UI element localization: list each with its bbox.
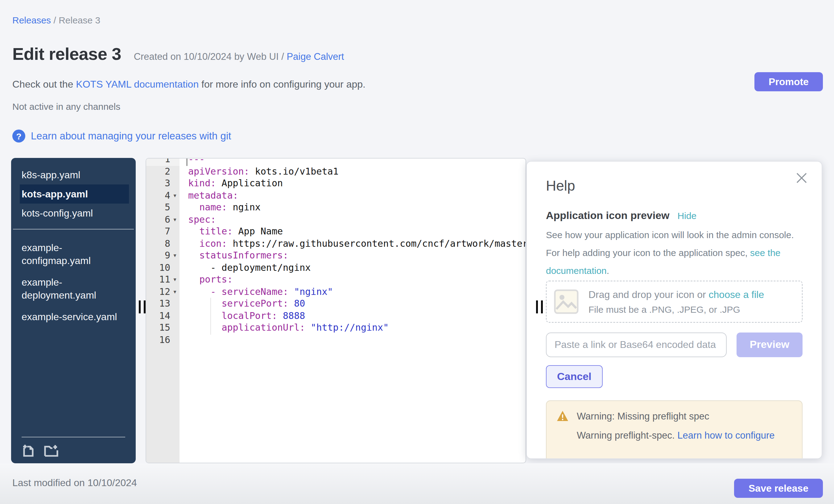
file-tree-group-kots: k8s-app.yamlkots-app.yamlkots-config.yam…: [20, 165, 127, 223]
icon-dropzone[interactable]: Drag and drop your icon or choose a file…: [546, 281, 803, 323]
icon-preview-description: See how your application icon will look …: [546, 226, 808, 280]
kots-yaml-docs-link[interactable]: KOTS YAML documentation: [76, 79, 199, 89]
resize-bar-icon: [536, 301, 538, 313]
line-number-14: 14: [146, 310, 179, 322]
git-help-link[interactable]: Learn about managing your releases with …: [31, 130, 231, 142]
code-line-5[interactable]: 5 name: nginx: [146, 202, 526, 214]
code-line-9[interactable]: 9▾ statusInformers:: [146, 250, 526, 262]
file-tree-divider: [13, 229, 134, 229]
preview-button[interactable]: Preview: [737, 332, 803, 357]
promote-button[interactable]: Promote: [754, 72, 823, 91]
code-text: - serviceName: "nginx": [179, 286, 333, 298]
code-line-10[interactable]: 10 - deployment/nginx: [146, 262, 526, 274]
created-by-link[interactable]: Paige Calvert: [287, 51, 344, 62]
icon-preview-title: Application icon preview: [546, 210, 670, 222]
code-text: [179, 334, 188, 346]
file-tree-item-example-service.yaml[interactable]: example-service.yaml: [20, 306, 122, 328]
fold-arrow-icon[interactable]: ▾: [170, 190, 179, 202]
code-text: - deployment/nginx: [179, 262, 311, 274]
resize-bar-icon: [139, 301, 141, 313]
code-line-16[interactable]: 16: [146, 334, 526, 346]
code-line-4[interactable]: 4▾metadata:: [146, 190, 526, 202]
description-period: .: [607, 265, 609, 276]
sidebar-footer: [20, 437, 127, 457]
page: Releases / Release 3 Edit release 3 Crea…: [0, 0, 834, 504]
code-text: icon: https://raw.githubusercontent.com/…: [179, 238, 526, 250]
code-line-7[interactable]: 7 title: App Name: [146, 226, 526, 238]
add-folder-button[interactable]: [44, 443, 59, 457]
code-text: kind: Application: [179, 178, 283, 190]
close-help-button[interactable]: [794, 170, 809, 186]
channel-status: Not active in any channels: [12, 101, 120, 112]
code-line-8[interactable]: 8 icon: https://raw.githubusercontent.co…: [146, 238, 526, 250]
line-number-15: 15: [146, 322, 179, 334]
line-number-13: 13: [146, 298, 179, 310]
resize-bar-icon: [144, 301, 146, 313]
code-line-1[interactable]: 1---: [146, 158, 526, 166]
code-line-14[interactable]: 14 localPort: 8888: [146, 310, 526, 322]
fold-arrow-icon[interactable]: ▾: [170, 250, 179, 262]
warning-triangle-icon: [556, 410, 569, 422]
breadcrumb-separator: /: [53, 15, 59, 25]
line-number-6: 6▾: [146, 214, 179, 226]
file-tree-item-example-deployment.yaml[interactable]: example-deployment.yaml: [20, 271, 122, 306]
choose-file-link[interactable]: choose a file: [709, 289, 764, 300]
file-tree-group-examples: example-configmap.yamlexample-deployment…: [20, 237, 127, 328]
sidebar-resize-handle[interactable]: [139, 301, 146, 313]
line-number-5: 5: [146, 202, 179, 214]
created-prefix: Created on 10/10/2024 by Web UI /: [134, 51, 287, 62]
dropzone-text: Drag and drop your icon or choose a file…: [589, 289, 764, 314]
resize-bar-icon: [541, 301, 543, 313]
code-line-6[interactable]: 6▾spec:: [146, 214, 526, 226]
save-release-button[interactable]: Save release: [734, 479, 823, 498]
last-modified-text: Last modified on 10/10/2024: [12, 478, 137, 488]
line-number-7: 7: [146, 226, 179, 238]
created-info: Created on 10/10/2024 by Web UI / Paige …: [134, 51, 344, 62]
learn-how-to-configure-link[interactable]: Learn how to configure: [677, 430, 774, 440]
code-line-3[interactable]: 3kind: Application: [146, 178, 526, 190]
title-row: Edit release 3 Created on 10/10/2024 by …: [12, 44, 344, 64]
cancel-button[interactable]: Cancel: [546, 365, 603, 388]
indent-guide: [210, 298, 211, 334]
code-text: statusInformers:: [179, 250, 288, 262]
file-tree-sidebar: k8s-app.yamlkots-app.yamlkots-config.yam…: [11, 158, 136, 463]
breadcrumb-releases-link[interactable]: Releases: [12, 15, 51, 25]
line-number-1: 1: [146, 158, 179, 166]
file-tree-item-kots-app.yaml[interactable]: kots-app.yaml: [20, 184, 129, 203]
add-file-button[interactable]: [22, 443, 35, 457]
icon-url-input[interactable]: [546, 332, 727, 357]
code-text: title: App Name: [179, 226, 283, 238]
hide-link[interactable]: Hide: [678, 210, 697, 221]
code-line-2[interactable]: 2apiVersion: kots.io/v1beta1: [146, 166, 526, 178]
code-text: apiVersion: kots.io/v1beta1: [179, 166, 339, 178]
code-line-12[interactable]: 12▾ - serviceName: "nginx": [146, 286, 526, 298]
docs-prefix: Check out the: [12, 79, 76, 89]
help-panel-resize-handle[interactable]: [536, 301, 543, 313]
line-number-8: 8: [146, 238, 179, 250]
help-panel: Help Application icon preview Hide See h…: [526, 161, 822, 459]
line-number-12: 12▾: [146, 286, 179, 298]
code-text: name: nginx: [179, 202, 261, 214]
yaml-editor[interactable]: 1---2apiVersion: kots.io/v1beta13kind: A…: [146, 158, 526, 463]
question-circle-icon: ?: [12, 130, 25, 143]
code-line-13[interactable]: 13 servicePort: 80: [146, 298, 526, 310]
fold-arrow-icon[interactable]: ▾: [170, 214, 179, 226]
sidebar-footer-divider: [22, 437, 125, 437]
code-text: metadata:: [179, 190, 238, 202]
docs-line: Check out the KOTS YAML documentation fo…: [12, 79, 366, 90]
file-tree-item-k8s-app.yaml[interactable]: k8s-app.yaml: [20, 165, 122, 184]
fold-arrow-icon[interactable]: ▾: [170, 286, 179, 298]
code-text: servicePort: 80: [179, 298, 305, 310]
close-icon: [795, 172, 808, 184]
line-number-9: 9▾: [146, 250, 179, 262]
code-line-15[interactable]: 15 applicationUrl: "http://nginx": [146, 322, 526, 334]
file-tree-item-kots-config.yaml[interactable]: kots-config.yaml: [20, 203, 122, 223]
warning-detail-text: Warning preflight-spec.: [577, 430, 677, 440]
breadcrumb-current: Release 3: [59, 15, 100, 25]
code-line-11[interactable]: 11▾ ports:: [146, 274, 526, 286]
line-number-4: 4▾: [146, 190, 179, 202]
help-panel-title: Help: [546, 178, 575, 194]
code-text: localPort: 8888: [179, 310, 305, 322]
fold-arrow-icon[interactable]: ▾: [170, 274, 179, 286]
file-tree-item-example-configmap.yaml[interactable]: example-configmap.yaml: [20, 237, 122, 271]
